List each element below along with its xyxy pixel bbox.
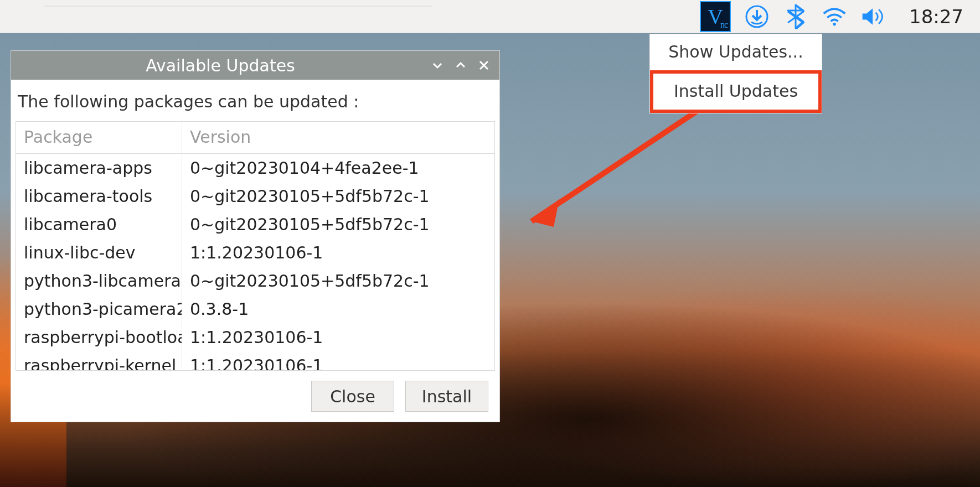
bluetooth-icon[interactable] (783, 4, 808, 29)
cell-version: 1:1.20230106-1 (182, 239, 494, 267)
cell-version: 0~git20230105+5df5b72c-1 (182, 267, 494, 295)
col-header-version[interactable]: Version (182, 122, 494, 153)
cell-version: 0.3.8-1 (182, 295, 494, 323)
taskbar: Vnc 18:27 (0, 0, 980, 33)
col-header-package[interactable]: Package (16, 122, 182, 153)
dialog-intro-text: The following packages can be updated : (11, 80, 499, 121)
cell-package: raspberrypi-bootloader (16, 323, 182, 351)
cell-package: libcamera-apps (16, 154, 182, 182)
volume-icon[interactable] (860, 4, 886, 29)
table-row[interactable]: python3-picamera20.3.8-1 (16, 295, 494, 323)
table-row[interactable]: python3-libcamera0~git20230105+5df5b72c-… (16, 267, 494, 295)
cell-version: 0~git20230105+5df5b72c-1 (182, 182, 494, 210)
table-header: Package Version (16, 122, 494, 154)
updates-table: Package Version libcamera-apps0~git20230… (16, 121, 495, 371)
window-maximize-button[interactable] (453, 58, 468, 73)
table-row[interactable]: libcamera-apps0~git20230104+4fea2ee-1 (16, 154, 494, 182)
cell-version: 1:1.20230106-1 (182, 323, 494, 351)
table-row[interactable]: libcamera-tools0~git20230105+5df5b72c-1 (16, 182, 494, 210)
cell-package: libcamera0 (16, 210, 182, 239)
cell-package: python3-libcamera (16, 267, 182, 295)
svg-point-1 (833, 23, 836, 26)
vnc-icon[interactable]: Vnc (700, 1, 731, 32)
menu-install-updates[interactable]: Install Updates (650, 70, 822, 113)
cell-package: python3-picamera2 (16, 295, 182, 323)
cell-package: libcamera-tools (16, 182, 182, 210)
dialog-button-row: Close Install (11, 371, 499, 422)
cell-version: 0~git20230104+4fea2ee-1 (182, 154, 494, 182)
window-minimize-button[interactable] (430, 58, 445, 73)
updates-dropdown: Show Updates... Install Updates (650, 34, 822, 113)
window-close-button[interactable] (476, 58, 492, 73)
install-button[interactable]: Install (405, 381, 488, 412)
updates-tray-icon[interactable] (744, 4, 770, 29)
table-row[interactable]: raspberrypi-bootloader1:1.20230106-1 (16, 323, 494, 351)
available-updates-dialog: Available Updates The following packages… (11, 51, 499, 422)
table-row[interactable]: linux-libc-dev1:1.20230106-1 (16, 239, 494, 267)
table-row[interactable]: raspberrypi-kernel1:1.20230106-1 (16, 351, 494, 371)
menu-show-updates[interactable]: Show Updates... (650, 34, 822, 70)
dialog-title: Available Updates (19, 56, 422, 75)
close-button[interactable]: Close (311, 381, 394, 412)
cell-package: linux-libc-dev (16, 239, 182, 267)
cell-version: 1:1.20230106-1 (182, 351, 494, 371)
cell-package: raspberrypi-kernel (16, 351, 182, 371)
taskbar-left-placeholder (44, 0, 432, 7)
table-row[interactable]: libcamera00~git20230105+5df5b72c-1 (16, 210, 494, 239)
cell-version: 0~git20230105+5df5b72c-1 (182, 210, 494, 239)
wifi-icon[interactable] (822, 4, 847, 29)
clock[interactable]: 18:27 (909, 6, 963, 28)
dialog-titlebar[interactable]: Available Updates (11, 51, 499, 80)
